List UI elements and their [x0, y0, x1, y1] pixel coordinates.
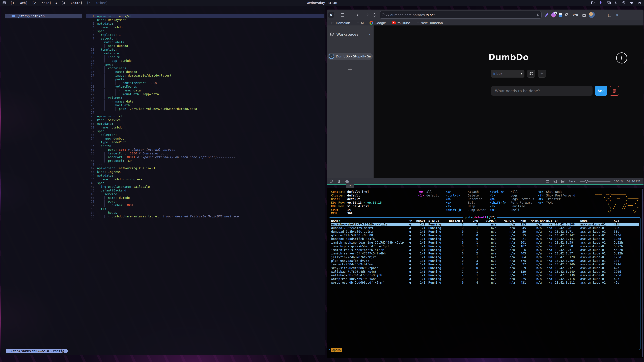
workspace-label[interactable]: [4 - Comms]: [61, 1, 82, 5]
back-button[interactable]: [356, 12, 361, 18]
page-actions-icon[interactable]: [337, 179, 341, 183]
workspace-switcher: [1 - Web][2 - Note]●[4 - Comms][5 - Othe…: [2, 1, 108, 5]
browser-status-bar: Reset 100 % 02:46 PM: [326, 178, 644, 184]
pod-row[interactable]: homebox-845d5cffcb-k74f6●1/1Running10n/a…: [331, 237, 639, 241]
workspaces-header[interactable]: Workspaces ▾: [326, 25, 374, 36]
feather-extension-icon[interactable]: [544, 13, 549, 17]
window-controls: − □ ×: [601, 12, 619, 17]
code-line: 53 tls:: [86, 207, 324, 211]
gift-icon[interactable]: [582, 13, 586, 17]
pod-row[interactable]: immich-redis-5686f4cbf6-plzrr●1/1Running…: [331, 248, 639, 252]
pod-row[interactable]: wallabag-7c7898c4d8-xp4nt●1/1Running21n/…: [331, 270, 639, 274]
theme-toggle-button[interactable]: [616, 52, 627, 63]
workspaces-overview-icon[interactable]: [2, 1, 6, 5]
workspaces-panel: Workspaces ▾ ✓ DumbDo - Stupidly Simple …: [326, 25, 374, 178]
file-tree-root[interactable]: ~/Work/homelab: [5, 14, 82, 18]
add-workspace-button[interactable]: +: [326, 66, 374, 72]
code-line: 6 replicas: 1: [86, 33, 324, 37]
shield-icon[interactable]: [382, 13, 385, 17]
bluetooth-icon[interactable]: [614, 1, 618, 5]
sync-flower-icon[interactable]: [329, 179, 333, 183]
pod-row[interactable]: wordpress-db-5dd698dcdf-x8nmf●1/1Running…: [331, 281, 639, 285]
k9s-context-hotkeys: <0>all<1>default: [418, 190, 439, 197]
night-light-icon[interactable]: [599, 1, 603, 5]
pod-row[interactable]: jellyfin-7cdb8787bf-bmjxc●1/1Running21n/…: [331, 255, 639, 259]
keyboard-icon[interactable]: [606, 1, 610, 5]
pod-row[interactable]: immich-machine-learning-66c5d5498b-x6tlp…: [331, 241, 639, 244]
bookmark-flag-icon[interactable]: [537, 13, 540, 17]
mini-extension-icon[interactable]: [559, 13, 562, 17]
panel-toggle-button[interactable]: [340, 12, 346, 18]
pod-row[interactable]: glance-77fc5df58f-8pb88●1/1Running20n/an…: [331, 234, 639, 237]
k9s-hotkey: <ctrl-k>Kill: [490, 190, 534, 194]
capture-icon[interactable]: [545, 180, 550, 183]
workspace-item-active[interactable]: ✓ DumbDo - Stupidly Simple To: [328, 53, 373, 60]
pod-row[interactable]: skny-site-6cdf568b98-zpbcn●1/1Running00n…: [331, 266, 639, 270]
pod-row[interactable]: wallabag-db-7b454775df-96jnk●1/1Running2…: [331, 273, 639, 277]
vpn-button[interactable]: VPN: [572, 13, 579, 17]
bookmark-google[interactable]: Google: [370, 21, 386, 25]
screen-share-icon[interactable]: [591, 1, 595, 5]
vault-extension-icon[interactable]: 2: [552, 13, 556, 17]
tree-expand-icon[interactable]: [7, 14, 10, 18]
pods-table[interactable]: NAME↑PFREADYSTATUSRESTARTSCPU%CPU/R%CPU/…: [331, 219, 639, 284]
pod-row[interactable]: immich-server-5ff47847c5-lvdbh●1/1Runnin…: [331, 252, 639, 255]
delete-list-button[interactable]: [610, 86, 619, 96]
pod-row[interactable]: readeck-768dc45d9-bf5wm●1/1Running20n/an…: [331, 263, 639, 266]
pod-row[interactable]: audiobookshelf-77c86869cc-klx2z●1/1Runni…: [331, 223, 639, 226]
profile-avatar[interactable]: [589, 12, 595, 18]
vivaldi-menu-button[interactable]: V: [328, 12, 334, 18]
minimize-button[interactable]: −: [601, 13, 604, 17]
list-select[interactable]: Inbox ▾: [491, 70, 524, 77]
images-toggle-icon[interactable]: [553, 180, 557, 183]
location-icon[interactable]: [622, 1, 626, 5]
todo-input[interactable]: What needs to be done?: [491, 86, 592, 96]
folder-icon: [331, 21, 334, 24]
bookmark-ai[interactable]: AI: [356, 21, 364, 25]
code-line: 13 app: dumbdo: [86, 59, 324, 63]
workspace-label[interactable]: [1 - Web]: [10, 1, 28, 5]
zoom-level: 100 %: [614, 180, 623, 183]
pods-table-header: NAME↑PFREADYSTATUSRESTARTSCPU%CPU/R%CPU/…: [331, 219, 639, 223]
code-line: 1apiVersion: apps/v1: [86, 14, 324, 18]
extensions-puzzle-icon[interactable]: [565, 13, 569, 17]
dumbdo-app: DumbDo Inbox ▾ + What needs to be done?: [374, 25, 644, 178]
reload-button[interactable]: [372, 12, 377, 18]
code-line: 4 name: dumbdo: [86, 25, 324, 29]
edit-icon: [529, 72, 533, 75]
zoom-slider-handle[interactable]: [585, 180, 588, 183]
k9s-hotkey: <y>YAML: [538, 201, 575, 205]
cloud-sync-icon[interactable]: [345, 179, 350, 183]
workspace-label[interactable]: [5 - Other]: [87, 1, 108, 5]
rename-list-button[interactable]: [527, 70, 535, 77]
zoom-slider[interactable]: [580, 181, 610, 182]
top-bar: [1 - Web][2 - Note]●[4 - Comms][5 - Othe…: [0, 0, 644, 6]
workspace-indicator-dot[interactable]: ●: [56, 2, 57, 4]
pod-row[interactable]: plex-6557d88fb6-dvz58●1/1Running03n/an/a…: [331, 259, 639, 263]
zoom-reset-button[interactable]: Reset: [568, 180, 576, 183]
bookmark-youtube[interactable]: YouTube: [392, 21, 410, 25]
code-editor[interactable]: 1apiVersion: apps/v12kind: Deployment3me…: [86, 14, 324, 222]
bookmark-homelab[interactable]: Homelab: [331, 21, 350, 25]
workspace-label[interactable]: [2 - Note]: [32, 1, 51, 5]
editor-terminal-window: ~/Work/homelab 1apiVersion: apps/v12kind…: [1, 6, 326, 355]
url-text[interactable]: dumbdo.hare-antares.ts.net: [390, 13, 535, 17]
tiling-icon[interactable]: [561, 180, 565, 183]
close-button[interactable]: ×: [616, 12, 619, 17]
bookmark-new-homelab[interactable]: New Homelab: [416, 21, 443, 25]
pod-row[interactable]: dumbdo-798fc4dfb9-mdqm9●1/1Running01n/an…: [331, 226, 639, 230]
chevron-down-icon[interactable]: ▾: [369, 33, 370, 36]
code-line: 17 image: dumbwareio/dumbdo:latest: [86, 74, 324, 77]
pod-row[interactable]: wordpress-5bc75b979d-sw8d9●1/1Running01n…: [331, 277, 639, 281]
add-todo-button[interactable]: Add: [595, 86, 607, 96]
volume-icon[interactable]: [630, 1, 634, 5]
chip-icon[interactable]: [637, 1, 641, 5]
maximize-button[interactable]: □: [608, 13, 612, 17]
add-list-button[interactable]: +: [538, 70, 546, 77]
pod-row[interactable]: immich-postgres-65b76fd7dc-m7q9t●1/1Runn…: [331, 244, 639, 248]
pod-row[interactable]: dumbpad-5c8b4cf6c-zblmz●1/1Running01n/an…: [331, 230, 639, 234]
k9s-hotkey: <l>Logs: [490, 194, 534, 197]
k9s-hotkey: <d>Describe: [446, 197, 486, 201]
address-bar[interactable]: dumbdo.hare-antares.ts.net: [380, 11, 542, 18]
forward-button[interactable]: [364, 12, 370, 18]
